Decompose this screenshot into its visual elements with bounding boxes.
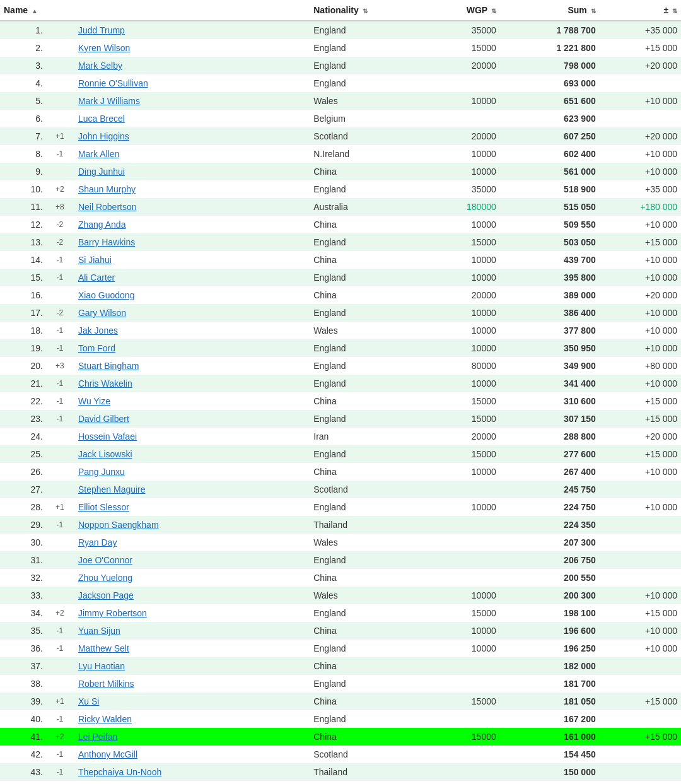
player-link[interactable]: Thepchaiya Un-Nooh (78, 767, 161, 777)
player-link[interactable]: Judd Trump (78, 25, 125, 35)
player-link[interactable]: Xiao Guodong (78, 290, 135, 300)
player-link[interactable]: Mark J Williams (78, 96, 140, 106)
player-link[interactable]: Tom Ford (78, 343, 115, 353)
col-header-nationality[interactable]: Nationality ⇅ (310, 0, 418, 21)
name-cell[interactable]: Luca Brecel (74, 110, 310, 127)
name-cell[interactable]: Barry Hawkins (74, 233, 310, 251)
name-cell[interactable]: John Higgins (74, 127, 310, 145)
player-link[interactable]: Neil Robertson (78, 202, 137, 212)
table-row: 14.-1Si JiahuiChina10000439 700+10 000 (0, 251, 681, 269)
player-link[interactable]: Ronnie O'Sullivan (78, 78, 148, 88)
name-cell[interactable]: Ali Carter (74, 269, 310, 286)
name-cell[interactable]: Ding Junhui (74, 163, 310, 180)
player-link[interactable]: Ricky Walden (78, 714, 132, 724)
name-cell[interactable]: Pang Junxu (74, 463, 310, 481)
name-cell[interactable]: Si Jiahui (74, 251, 310, 269)
name-cell[interactable]: Xu Si (74, 693, 310, 710)
player-link[interactable]: David Gilbert (78, 414, 129, 424)
player-link[interactable]: Ding Junhui (78, 167, 125, 177)
name-cell[interactable]: Wu Yize (74, 392, 310, 410)
player-link[interactable]: Kyren Wilson (78, 43, 130, 53)
name-cell[interactable]: Jackson Page (74, 587, 310, 604)
name-cell[interactable]: Jack Lisowski (74, 445, 310, 463)
player-link[interactable]: Jackson Page (78, 590, 134, 600)
name-cell[interactable]: Ronnie O'Sullivan (74, 74, 310, 92)
name-cell[interactable]: Tom Ford (74, 339, 310, 357)
player-link[interactable]: Zhou Yuelong (78, 573, 132, 583)
sort-icon-sum[interactable]: ⇅ (591, 8, 596, 15)
player-link[interactable]: Lyu Haotian (78, 661, 125, 671)
name-cell[interactable]: Chris Wakelin (74, 375, 310, 392)
player-link[interactable]: Stuart Bingham (78, 361, 139, 371)
sort-icon-name[interactable]: ▲ (32, 8, 38, 15)
player-link[interactable]: Pang Junxu (78, 467, 125, 477)
player-link[interactable]: Zhang Anda (78, 219, 126, 230)
player-link[interactable]: Luca Brecel (78, 114, 125, 124)
player-link[interactable]: Mark Allen (78, 149, 119, 159)
name-cell[interactable]: Mark J Williams (74, 92, 310, 110)
name-cell[interactable]: Zhang Anda (74, 216, 310, 233)
col-header-pm[interactable]: ± ⇅ (600, 0, 681, 21)
name-cell[interactable]: Neil Robertson (74, 198, 310, 216)
name-cell[interactable]: Jimmy Robertson (74, 604, 310, 622)
col-header-sum[interactable]: Sum ⇅ (500, 0, 600, 21)
player-link[interactable]: Wu Yize (78, 396, 110, 406)
player-link[interactable]: Yuan Sijun (78, 626, 120, 636)
name-cell[interactable]: Ricky Walden (74, 710, 310, 728)
name-cell[interactable]: Joe O'Connor (74, 551, 310, 569)
name-cell[interactable]: Stuart Bingham (74, 357, 310, 375)
name-cell[interactable]: Mark Selby (74, 57, 310, 74)
player-link[interactable]: Anthony McGill (78, 749, 137, 759)
name-cell[interactable]: Kyren Wilson (74, 39, 310, 57)
name-cell[interactable]: Ben Woollaston (74, 781, 310, 784)
player-link[interactable]: Lei Peifan (78, 732, 117, 742)
name-cell[interactable]: Lyu Haotian (74, 657, 310, 675)
name-cell[interactable]: Zhou Yuelong (74, 569, 310, 587)
player-link[interactable]: Shaun Murphy (78, 184, 136, 194)
name-cell[interactable]: Elliot Slessor (74, 498, 310, 516)
player-link[interactable]: Gary Wilson (78, 308, 126, 318)
name-cell[interactable]: Anthony McGill (74, 746, 310, 763)
name-cell[interactable]: Thepchaiya Un-Nooh (74, 763, 310, 781)
name-cell[interactable]: Gary Wilson (74, 304, 310, 322)
player-link[interactable]: Elliot Slessor (78, 502, 129, 512)
player-link[interactable]: Joe O'Connor (78, 555, 132, 565)
col-header-wgp[interactable]: WGP ⇅ (419, 0, 500, 21)
name-cell[interactable]: Ryan Day (74, 534, 310, 551)
name-cell[interactable]: Judd Trump (74, 21, 310, 39)
name-cell[interactable]: Mark Allen (74, 145, 310, 163)
col-header-rank[interactable]: Name ▲ (0, 0, 45, 21)
player-link[interactable]: Barry Hawkins (78, 237, 135, 247)
name-cell[interactable]: Matthew Selt (74, 640, 310, 657)
name-cell[interactable]: Stephen Maguire (74, 481, 310, 498)
name-cell[interactable]: Shaun Murphy (74, 180, 310, 198)
name-cell[interactable]: David Gilbert (74, 410, 310, 428)
player-link[interactable]: Stephen Maguire (78, 484, 146, 494)
player-link[interactable]: Jimmy Robertson (78, 608, 147, 618)
player-link[interactable]: Matthew Selt (78, 643, 129, 653)
player-link[interactable]: Xu Si (78, 696, 99, 706)
player-link[interactable]: John Higgins (78, 131, 129, 141)
name-cell[interactable]: Xiao Guodong (74, 286, 310, 304)
player-link[interactable]: Noppon Saengkham (78, 520, 159, 530)
sum-cell: 341 400 (500, 375, 600, 392)
player-link[interactable]: Ryan Day (78, 537, 117, 547)
player-link[interactable]: Jak Jones (78, 325, 118, 336)
name-cell[interactable]: Robert Milkins (74, 675, 310, 693)
name-cell[interactable]: Hossein Vafaei (74, 428, 310, 445)
player-link[interactable]: Mark Selby (78, 61, 122, 71)
name-cell[interactable]: Noppon Saengkham (74, 516, 310, 534)
player-link[interactable]: Si Jiahui (78, 255, 112, 265)
sort-icon-nationality[interactable]: ⇅ (363, 8, 368, 15)
player-link[interactable]: Jack Lisowski (78, 449, 132, 459)
player-link[interactable]: Chris Wakelin (78, 378, 132, 389)
player-link[interactable]: Ali Carter (78, 272, 115, 283)
name-cell[interactable]: Jak Jones (74, 322, 310, 339)
player-link[interactable]: Robert Milkins (78, 679, 134, 689)
player-link[interactable]: Hossein Vafaei (78, 431, 137, 442)
sort-icon-wgp[interactable]: ⇅ (491, 8, 496, 15)
name-cell[interactable]: Lei Peifan (74, 728, 310, 746)
name-cell[interactable]: Yuan Sijun (74, 622, 310, 640)
wgp-cell: 80000 (419, 357, 500, 375)
sort-icon-pm[interactable]: ⇅ (672, 8, 677, 15)
